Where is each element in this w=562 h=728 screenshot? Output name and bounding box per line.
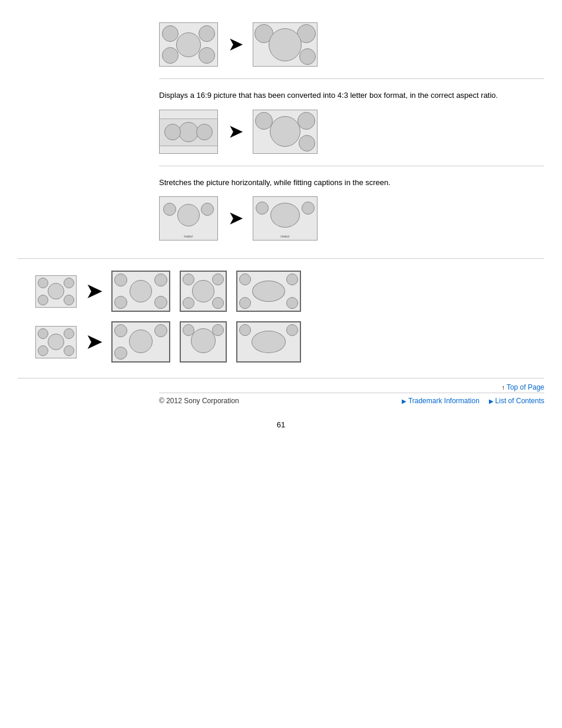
multi-zoom-2-1 [111,321,170,363]
multi-arrow-2: ➤ [86,331,102,353]
diagram-before-1 [159,22,218,67]
section-2: Displays a 16:9 picture that has been co… [159,78,544,166]
diagram-after-1 [253,22,318,67]
multi-zoom-2-3 [236,321,301,363]
trademark-info-link[interactable]: Trademark Information [402,397,480,405]
list-of-contents-link[interactable]: List of Contents [489,397,544,405]
section-3: Stretches the picture horizontally, whil… [159,166,544,253]
multi-arrow-1: ➤ [86,280,102,302]
multi-zoom-1-3 [236,271,301,312]
diagram-letterbox-after [253,110,318,154]
diagram-row-1: ➤ [159,22,544,67]
multi-source-1 [35,275,77,308]
caption-after-label: Hello! [253,235,317,238]
section-3-text: Stretches the picture horizontally, whil… [159,177,544,189]
multi-zoom-1-2 [180,271,227,312]
top-of-page-link[interactable]: Top of Page [507,383,544,391]
multi-diagram-section: ➤ [35,259,544,378]
arrow-1: ➤ [229,35,242,54]
diagram-caption-before: Hello! [159,196,218,241]
arrow-2: ➤ [229,122,242,141]
multi-zoom-1-1 [111,271,170,312]
diagram-letterbox-before [159,110,218,154]
copyright-text: © 2012 Sony Corporation [159,397,239,405]
multi-diagram-row-1: ➤ [35,271,544,312]
diagram-row-2: ➤ [159,110,544,154]
footer-bottom: © 2012 Sony Corporation Trademark Inform… [159,393,544,409]
up-arrow-icon: ↑ [501,384,507,391]
diagram-row-3: Hello! ➤ Hello! [159,196,544,241]
top-of-page-row: ↑ Top of Page [159,378,544,393]
multi-diagram-row-2: ➤ [35,321,544,363]
footer-links: Trademark Information List of Contents [402,397,544,405]
section-2-text: Displays a 16:9 picture that has been co… [159,90,544,101]
arrow-3: ➤ [229,209,242,228]
multi-source-2 [35,326,77,358]
section-1: ➤ [159,12,544,78]
page-number: 61 [0,409,562,441]
footer: ↑ Top of Page © 2012 Sony Corporation Tr… [159,378,544,409]
diagram-caption-after: Hello! [253,196,318,241]
caption-before-label: Hello! [160,235,217,238]
multi-zoom-2-2 [180,321,227,363]
